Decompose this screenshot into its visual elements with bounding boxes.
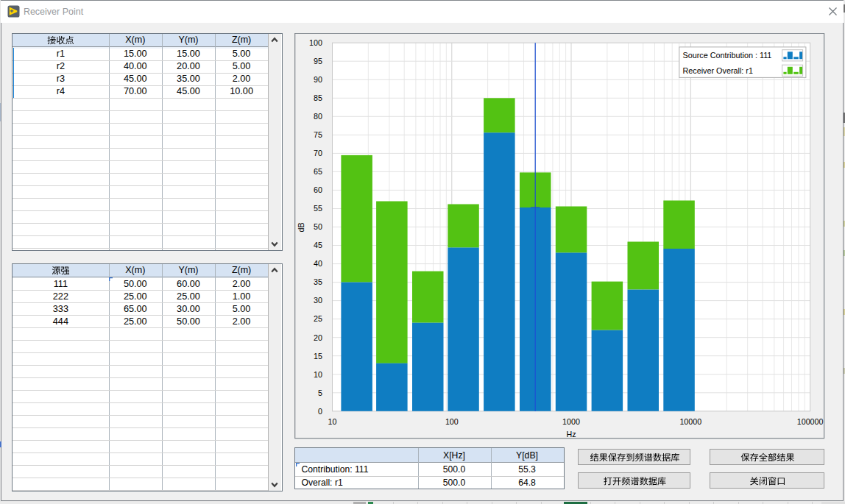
svg-text:100: 100	[309, 38, 322, 47]
svg-text:1000: 1000	[562, 417, 580, 426]
svg-text:55: 55	[314, 204, 322, 213]
svg-text:70: 70	[314, 149, 322, 157]
svg-text:25: 25	[314, 314, 322, 323]
svg-text:100: 100	[445, 417, 459, 426]
svg-text:10: 10	[328, 417, 337, 426]
svg-text:80: 80	[314, 112, 322, 121]
svg-text:20: 20	[314, 333, 322, 342]
svg-text:Hz: Hz	[566, 430, 576, 439]
svg-text:60: 60	[314, 185, 322, 194]
svg-text:85: 85	[314, 93, 322, 102]
svg-text:40: 40	[314, 259, 322, 268]
svg-text:5: 5	[318, 388, 322, 397]
svg-text:Source Contribution : 111: Source Contribution : 111	[683, 51, 772, 60]
svg-text:75: 75	[314, 130, 322, 139]
svg-text:0: 0	[318, 407, 322, 416]
svg-text:50: 50	[314, 222, 322, 231]
svg-text:35: 35	[314, 277, 322, 286]
svg-text:10: 10	[314, 370, 322, 379]
svg-text:45: 45	[314, 241, 322, 249]
svg-text:dB: dB	[297, 222, 305, 232]
svg-text:30: 30	[314, 296, 322, 305]
svg-text:90: 90	[314, 75, 322, 84]
svg-text:95: 95	[314, 57, 322, 65]
svg-text:15: 15	[314, 352, 322, 361]
svg-text:100000: 100000	[797, 417, 824, 426]
svg-text:65: 65	[314, 167, 322, 176]
svg-text:Receiver Overall: r1: Receiver Overall: r1	[683, 66, 753, 75]
svg-text:10000: 10000	[679, 417, 701, 426]
